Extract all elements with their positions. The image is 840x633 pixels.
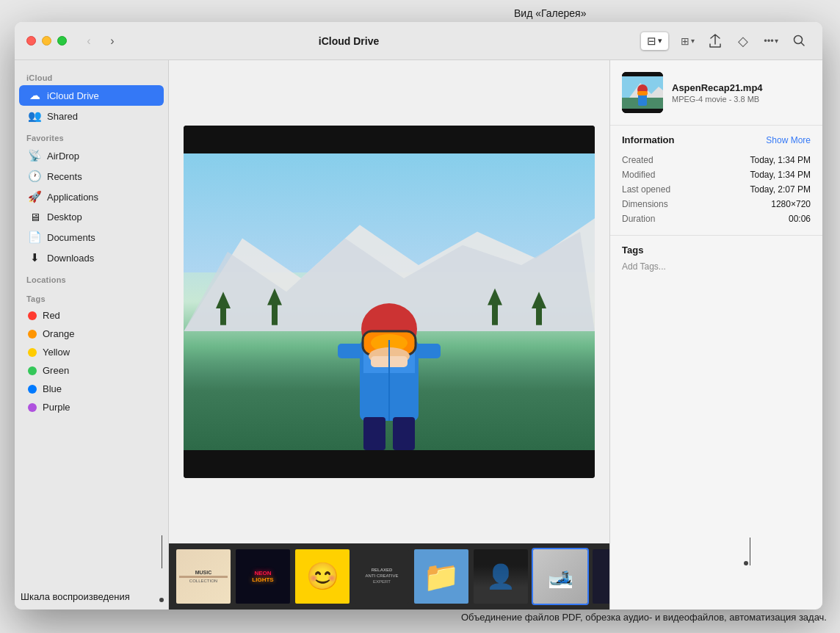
recents-icon: 🕐 xyxy=(28,170,41,183)
search-button[interactable] xyxy=(787,29,811,53)
duration-value: 00:06 xyxy=(789,214,811,224)
dimensions-label: Dimensions xyxy=(622,199,668,209)
sidebar-label-airdrop: AirDrop xyxy=(47,151,79,162)
annotation-actions-dot xyxy=(744,561,748,565)
filmstrip-item-3[interactable]: 😊 xyxy=(294,548,351,605)
main-content: MUSIC COLLECTION NEON LIGHTS xyxy=(169,60,609,610)
filmstrip: MUSIC COLLECTION NEON LIGHTS xyxy=(169,543,609,610)
sidebar-item-tag-yellow[interactable]: Yellow xyxy=(19,343,164,361)
filmstrip-item-6[interactable]: 👤 xyxy=(472,548,529,605)
sidebar-section-tags: Tags xyxy=(15,287,168,306)
created-value: Today, 1:34 PM xyxy=(750,155,811,165)
documents-icon: 📄 xyxy=(28,231,41,244)
info-row-dimensions: Dimensions 1280×720 xyxy=(622,197,811,211)
minimize-button[interactable] xyxy=(42,36,51,46)
sidebar-item-documents[interactable]: 📄 Documents xyxy=(19,227,164,247)
info-section-header: Information Show More xyxy=(622,134,811,145)
svg-rect-5 xyxy=(272,301,278,325)
sidebar-item-tag-green[interactable]: Green xyxy=(19,361,164,380)
created-label: Created xyxy=(622,155,653,165)
tag-green-dot xyxy=(28,366,37,375)
sidebar-label-recents: Recents xyxy=(47,171,82,182)
svg-rect-21 xyxy=(363,417,385,450)
svg-rect-22 xyxy=(393,417,415,450)
annotation-playback-line xyxy=(162,535,162,568)
sidebar-item-desktop[interactable]: 🖥 Desktop xyxy=(19,207,164,227)
filmstrip-item-5[interactable]: 📁 xyxy=(413,548,470,605)
titlebar: ‹ › iCloud Drive ⊟ ▾ ⊞▾ ◇ xyxy=(15,22,822,60)
share-button[interactable] xyxy=(703,29,727,53)
modified-value: Today, 1:34 PM xyxy=(750,170,811,180)
view-toggle: ⊟ ▾ xyxy=(640,31,670,51)
tags-section: Tags Add Tags... xyxy=(610,236,822,281)
sidebar-item-tag-blue[interactable]: Blue xyxy=(19,380,164,398)
file-info: AspenRecap21.mp4 MPEG-4 movie - 3.8 MB xyxy=(672,82,763,104)
gallery-main[interactable] xyxy=(169,60,609,543)
file-header: AspenRecap21.mp4 MPEG-4 movie - 3.8 MB xyxy=(610,60,822,126)
sidebar-label-tag-green: Green xyxy=(43,365,69,376)
desktop-icon: 🖥 xyxy=(28,211,41,223)
sidebar-item-icloud-drive[interactable]: ☁ iCloud Drive xyxy=(19,85,164,106)
file-type: MPEG-4 movie - 3.8 MB xyxy=(672,95,763,104)
filmstrip-item-1[interactable]: MUSIC COLLECTION xyxy=(175,548,232,605)
tag-yellow-dot xyxy=(28,348,37,357)
window-body: iCloud ☁ iCloud Drive 👥 Shared Favorites… xyxy=(15,60,822,610)
tag-button[interactable]: ◇ xyxy=(731,29,755,53)
sidebar-label-icloud-drive: iCloud Drive xyxy=(47,90,99,101)
info-row-created: Created Today, 1:34 PM xyxy=(622,153,811,167)
airdrop-icon: 📡 xyxy=(28,149,41,162)
tag-blue-dot xyxy=(28,385,37,394)
sidebar-item-applications[interactable]: 🚀 Applications xyxy=(19,187,164,207)
sidebar-section-locations: Locations xyxy=(15,268,168,287)
filmstrip-item-2[interactable]: NEON LIGHTS xyxy=(234,548,292,605)
sidebar-label-shared: Shared xyxy=(47,111,78,122)
tags-title: Tags xyxy=(622,245,811,256)
sidebar: iCloud ☁ iCloud Drive 👥 Shared Favorites… xyxy=(15,60,169,610)
toolbar-right: ⊞▾ ◇ •••▾ xyxy=(676,29,811,53)
icloud-drive-icon: ☁ xyxy=(28,89,41,102)
file-thumbnail xyxy=(622,72,663,113)
tag-orange-dot xyxy=(28,330,37,339)
group-button[interactable]: ⊞▾ xyxy=(676,29,699,53)
filmstrip-item-8[interactable]: 2021 TYPE xyxy=(591,548,609,605)
sidebar-label-tag-yellow: Yellow xyxy=(43,347,70,358)
gallery-area: MUSIC COLLECTION NEON LIGHTS xyxy=(169,60,609,610)
sidebar-label-tag-red: Red xyxy=(43,310,60,321)
sidebar-label-tag-purple: Purple xyxy=(43,402,70,413)
svg-rect-14 xyxy=(415,344,441,358)
finder-window: ‹ › iCloud Drive ⊟ ▾ ⊞▾ ◇ xyxy=(15,22,822,610)
sidebar-item-tag-red[interactable]: Red xyxy=(19,306,164,325)
video-frame xyxy=(184,153,595,450)
info-section-title: Information xyxy=(622,134,675,145)
annotation-playback-scale: Шкала воспроизведения xyxy=(21,591,130,602)
video-preview xyxy=(184,126,595,478)
more-actions-button[interactable]: •••▾ xyxy=(759,29,783,53)
sidebar-item-downloads[interactable]: ⬇ Downloads xyxy=(19,247,164,268)
sidebar-item-airdrop[interactable]: 📡 AirDrop xyxy=(19,145,164,166)
info-row-last-opened: Last opened Today, 2:07 PM xyxy=(622,182,811,197)
sidebar-label-desktop: Desktop xyxy=(47,211,82,223)
file-name: AspenRecap21.mp4 xyxy=(672,82,763,93)
tag-red-dot xyxy=(28,311,37,320)
sidebar-item-tag-orange[interactable]: Orange xyxy=(19,325,164,343)
gallery-view-button[interactable]: ⊟ ▾ xyxy=(641,32,668,50)
annotation-actions: Объединение файлов PDF, обрезка аудио- и… xyxy=(461,610,827,625)
sidebar-item-tag-purple[interactable]: Purple xyxy=(19,398,164,416)
sidebar-item-recents[interactable]: 🕐 Recents xyxy=(19,166,164,187)
sidebar-item-shared[interactable]: 👥 Shared xyxy=(19,106,164,126)
filmstrip-item-7[interactable]: 🎿 xyxy=(532,548,589,605)
close-button[interactable] xyxy=(26,36,36,46)
sidebar-label-tag-blue: Blue xyxy=(43,383,62,394)
svg-rect-43 xyxy=(622,109,663,113)
show-more-link[interactable]: Show More xyxy=(766,135,811,145)
filmstrip-item-4[interactable]: RELAXED ANTI CREATIVE EXPERT xyxy=(353,548,410,605)
info-section: Information Show More Created Today, 1:3… xyxy=(610,126,822,236)
sidebar-label-applications: Applications xyxy=(47,192,98,203)
svg-rect-13 xyxy=(338,344,363,358)
duration-label: Duration xyxy=(622,214,655,224)
sidebar-section-favorites: Favorites xyxy=(15,126,168,145)
applications-icon: 🚀 xyxy=(28,190,41,203)
info-row-duration: Duration 00:06 xyxy=(622,211,811,226)
svg-rect-41 xyxy=(637,91,648,95)
add-tags-field[interactable]: Add Tags... xyxy=(622,261,811,272)
